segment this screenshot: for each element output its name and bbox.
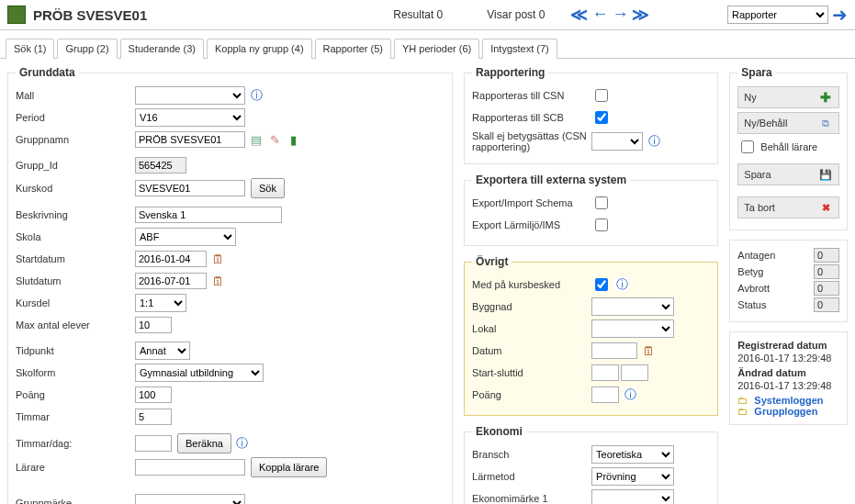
mall-label: Mall: [16, 90, 135, 101]
nav-first-icon[interactable]: ≪: [570, 5, 588, 25]
calendar-icon[interactable]: 🗓: [210, 274, 225, 288]
nav-next-icon[interactable]: →: [612, 5, 628, 25]
doc-icon[interactable]: ▤: [249, 132, 264, 147]
tab-koppla[interactable]: Koppla ny grupp (4): [207, 39, 312, 59]
beskrivning-input[interactable]: [135, 207, 282, 223]
gruppnamn-input[interactable]: [135, 131, 245, 148]
larmetod-select[interactable]: Prövning: [591, 467, 674, 486]
nybehall-button[interactable]: Ny/Behåll⧉: [737, 112, 839, 134]
behall-larare-checkbox[interactable]: [741, 140, 754, 153]
ekonomi-legend: Ekonomi: [472, 425, 526, 438]
tabort-button[interactable]: Ta bort✖: [737, 196, 839, 218]
avbrott-value: 0: [814, 281, 839, 296]
info-icon[interactable]: ⓘ: [235, 436, 250, 451]
kursdel-select[interactable]: 1:1: [135, 294, 186, 312]
result-label: Resultat 0: [393, 8, 443, 21]
slutdatum-label: Slutdatum: [16, 275, 135, 286]
period-select[interactable]: V16: [135, 108, 245, 127]
byggnad-select[interactable]: [591, 297, 674, 316]
skola-select[interactable]: ABF: [135, 228, 236, 246]
chg-label: Ändrad datum: [737, 367, 806, 378]
berakna-button[interactable]: Beräkna: [177, 433, 231, 454]
tab-grupp[interactable]: Grupp (2): [57, 39, 117, 59]
tab-rapporter[interactable]: Rapporter (5): [315, 39, 391, 59]
systemloggen-link[interactable]: Systemloggen: [754, 395, 823, 406]
eko1-select[interactable]: [591, 489, 674, 504]
nav-prev-icon[interactable]: ←: [591, 5, 608, 25]
ny-button[interactable]: Ny✚: [737, 86, 839, 108]
medpa-label: Med på kursbesked: [472, 279, 591, 290]
sok-button[interactable]: Sök: [251, 178, 285, 198]
schema-checkbox[interactable]: [595, 196, 608, 209]
go-icon[interactable]: ➜: [832, 4, 848, 26]
ovrigt-poang-label: Poäng: [472, 389, 591, 400]
calendar-icon[interactable]: 🗓: [210, 252, 225, 266]
scb-label: Rapporteras till SCB: [472, 112, 591, 123]
csn-checkbox[interactable]: [595, 89, 608, 102]
report-select[interactable]: Rapporter: [727, 6, 828, 24]
sluttid-input[interactable]: [621, 364, 648, 381]
grunddata-fieldset: Grunddata Mall ⓘ Period V16 Gruppnamn ▤ …: [7, 66, 453, 504]
behall-larare-label: Behåll lärare: [760, 141, 817, 152]
kurskod-label: Kurskod: [16, 183, 135, 194]
lokal-label: Lokal: [472, 323, 591, 334]
timmar-input[interactable]: [135, 409, 172, 425]
reg-date: 2016-01-17 13:29:48: [737, 353, 839, 364]
copy-icon: ⧉: [818, 118, 833, 129]
timmar-label: Timmar: [16, 411, 135, 422]
tab-intygstext[interactable]: Intygstext (7): [482, 39, 557, 59]
status-value: 0: [814, 297, 839, 312]
period-label: Period: [16, 112, 135, 123]
startsluttid-label: Start-sluttid: [472, 367, 591, 378]
info-icon[interactable]: ⓘ: [623, 387, 637, 402]
poang-input[interactable]: [135, 386, 172, 403]
nav-last-icon[interactable]: ≫: [632, 5, 649, 25]
skolform-label: Skolform: [16, 367, 135, 378]
grunddata-legend: Grunddata: [16, 66, 79, 79]
bransch-select[interactable]: Teoretiska: [591, 445, 674, 464]
spara-button[interactable]: Spara💾: [737, 163, 839, 185]
plus-icon: ✚: [818, 90, 833, 105]
calendar-icon[interactable]: 🗓: [641, 343, 656, 358]
mall-select[interactable]: [135, 86, 245, 105]
timmardag-input[interactable]: [135, 435, 172, 452]
skolform-select[interactable]: Gymnasial utbildning: [135, 364, 264, 382]
tab-yhperioder[interactable]: YH perioder (6): [394, 39, 479, 59]
folder-icon: 🗀: [737, 406, 748, 417]
medpa-checkbox[interactable]: [595, 278, 608, 291]
dates-fieldset: Registrerad datum 2016-01-17 13:29:48 Än…: [729, 331, 848, 425]
grupploggen-link[interactable]: Grupploggen: [754, 406, 817, 417]
green-marker-icon[interactable]: ▮: [286, 132, 300, 147]
ims-checkbox[interactable]: [595, 218, 608, 231]
eraser-icon[interactable]: ✎: [267, 132, 282, 147]
datum-input[interactable]: [591, 342, 637, 359]
tidpunkt-select[interactable]: Annat: [135, 342, 190, 360]
skallej-select[interactable]: [591, 132, 643, 151]
timmardag-label: Timmar/dag:: [16, 438, 135, 449]
gruppmarke-select[interactable]: [135, 494, 245, 504]
starttid-input[interactable]: [591, 364, 619, 381]
info-icon[interactable]: ⓘ: [249, 88, 264, 103]
tab-studerande[interactable]: Studerande (3): [120, 39, 204, 59]
kurskod-input[interactable]: [135, 180, 245, 196]
koppla-larare-button[interactable]: Koppla lärare: [251, 457, 327, 477]
ovrigt-legend: Övrigt: [472, 255, 512, 268]
antagen-value: 0: [814, 248, 839, 263]
betyg-value: 0: [814, 264, 839, 279]
larare-input[interactable]: [135, 459, 245, 476]
ovrigt-poang-input[interactable]: [591, 386, 619, 403]
info-icon[interactable]: ⓘ: [647, 134, 661, 149]
slutdatum-input[interactable]: [135, 273, 207, 289]
bransch-label: Bransch: [472, 449, 591, 460]
rapportering-fieldset: Rapportering Rapporteras till CSN Rappor…: [464, 66, 718, 164]
startdatum-input[interactable]: [135, 251, 207, 267]
stats-fieldset: Antagen 0 Betyg 0 Avbrott 0 Status 0: [729, 240, 848, 322]
gruppmarke-label: Gruppmärke: [16, 498, 135, 504]
ekonomi-fieldset: Ekonomi Bransch Teoretiska Lärmetod Pröv…: [464, 425, 718, 504]
lokal-select[interactable]: [591, 319, 674, 338]
tab-sok[interactable]: Sök (1): [6, 39, 54, 59]
ims-label: Export Lärmiljö/IMS: [472, 219, 591, 230]
maxelever-input[interactable]: [135, 317, 172, 333]
info-icon[interactable]: ⓘ: [614, 277, 629, 292]
scb-checkbox[interactable]: [595, 111, 608, 124]
